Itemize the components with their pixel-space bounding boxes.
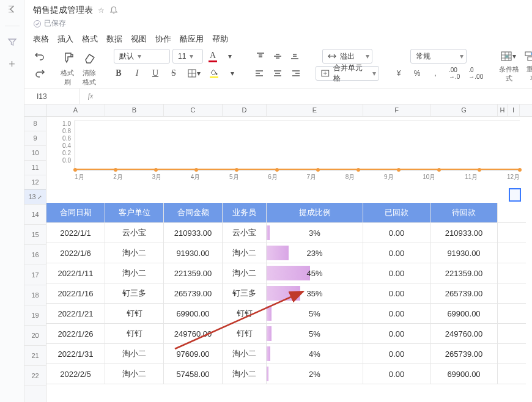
- row-header[interactable]: 22: [24, 366, 46, 386]
- decimal-inc-button[interactable]: .00→.0: [446, 66, 462, 81]
- italic-button[interactable]: I: [130, 66, 144, 81]
- row-header[interactable]: 9: [24, 131, 46, 146]
- table-cell[interactable]: 4%: [267, 344, 363, 364]
- table-cell[interactable]: 97609.00: [164, 344, 223, 364]
- table-cell[interactable]: 2022/1/11: [46, 263, 105, 283]
- table-cell[interactable]: 云小宝: [223, 223, 267, 243]
- chart[interactable]: 1.00.80.60.40.20.0 1月2月3月4月5月6月7月8月9月10月…: [53, 117, 520, 184]
- table-cell[interactable]: 2022/2/5: [46, 364, 105, 384]
- col-header-E[interactable]: E: [267, 104, 363, 116]
- format-painter-button[interactable]: [60, 51, 78, 65]
- table-cell[interactable]: 2022/1/26: [46, 324, 105, 343]
- table-cell[interactable]: 5%: [267, 324, 363, 343]
- table-cell[interactable]: 249760.00: [164, 324, 223, 343]
- table-cell[interactable]: 265739.00: [430, 283, 498, 303]
- table-cell[interactable]: 0.00: [363, 263, 430, 283]
- duplicates-button[interactable]: ▾: [521, 49, 532, 64]
- column-headers[interactable]: ABCDEFGHI: [24, 104, 532, 117]
- table-cell[interactable]: 合同金额: [164, 203, 223, 222]
- redo-button[interactable]: [32, 66, 48, 81]
- table-cell[interactable]: 淘小二: [105, 243, 164, 263]
- table-cell[interactable]: 钉钉: [105, 324, 164, 343]
- table-cell[interactable]: 221359.00: [164, 263, 223, 283]
- table-cell[interactable]: 0.00: [363, 243, 430, 263]
- overflow-select[interactable]: 溢出▾: [322, 49, 372, 64]
- row-header[interactable]: 11: [24, 161, 46, 175]
- plus-icon[interactable]: +: [9, 58, 15, 71]
- row-headers[interactable]: 8910111213⤢141516171819202122: [24, 117, 46, 402]
- number-format-select[interactable]: 常规▾: [410, 49, 467, 64]
- col-header-C[interactable]: C: [164, 104, 223, 116]
- menu-数据[interactable]: 数据: [106, 34, 122, 45]
- table-cell[interactable]: 2%: [267, 364, 363, 384]
- borders-button[interactable]: ▾: [185, 66, 203, 81]
- table-cell[interactable]: 2022/1/1: [46, 223, 105, 243]
- undo-button[interactable]: [32, 49, 48, 64]
- table-cell[interactable]: 265739.00: [164, 283, 223, 303]
- table-cell[interactable]: 0.00: [363, 223, 430, 243]
- table-cell[interactable]: 91930.00: [430, 243, 498, 263]
- table-cell[interactable]: 淘小二: [105, 263, 164, 283]
- table-cell[interactable]: 91930.00: [164, 243, 223, 263]
- menu-协作[interactable]: 协作: [155, 34, 171, 45]
- align-left-button[interactable]: [252, 66, 267, 81]
- menu-格式[interactable]: 格式: [82, 34, 98, 45]
- table-cell[interactable]: 提成比例: [267, 203, 363, 222]
- table-cell[interactable]: 45%: [267, 263, 363, 283]
- row-header[interactable]: 16: [24, 245, 46, 265]
- row-header[interactable]: 10: [24, 146, 46, 161]
- valign-top-button[interactable]: [253, 49, 268, 64]
- table-cell[interactable]: 客户单位: [105, 203, 164, 222]
- filter-icon[interactable]: [7, 37, 17, 47]
- table-cell[interactable]: 2022/1/16: [46, 283, 105, 303]
- row-header[interactable]: 18: [24, 285, 46, 305]
- table-cell[interactable]: 合同日期: [46, 203, 105, 222]
- col-header-G[interactable]: G: [430, 104, 498, 116]
- row-header[interactable]: 17: [24, 265, 46, 285]
- col-header-A[interactable]: A: [46, 104, 105, 116]
- table-cell[interactable]: 0.00: [363, 283, 430, 303]
- table-cell[interactable]: 云小宝: [105, 223, 164, 243]
- menu-帮助[interactable]: 帮助: [212, 34, 228, 45]
- table-cell[interactable]: 0.00: [363, 324, 430, 343]
- font-color-button[interactable]: A: [205, 49, 220, 64]
- star-icon[interactable]: ☆: [98, 6, 105, 15]
- table-cell[interactable]: 淘小二: [223, 243, 267, 263]
- align-right-button[interactable]: [289, 66, 303, 81]
- font-size-select[interactable]: 11▾: [172, 49, 203, 64]
- col-header-I[interactable]: I: [508, 104, 520, 116]
- col-header-D[interactable]: D: [223, 104, 267, 116]
- table-cell[interactable]: 0.00: [363, 364, 430, 384]
- table-cell[interactable]: 已回款: [363, 203, 430, 222]
- currency-button[interactable]: ¥: [391, 66, 406, 81]
- table-cell[interactable]: 35%: [267, 283, 363, 303]
- table-cell[interactable]: 待回款: [430, 203, 498, 222]
- row-header[interactable]: 15: [24, 225, 46, 245]
- table-cell[interactable]: 2022/1/21: [46, 304, 105, 323]
- merge-cells-select[interactable]: 合并单元格▾: [316, 66, 379, 81]
- table-cell[interactable]: 0.00: [363, 344, 430, 364]
- table-cell[interactable]: 业务员: [223, 203, 267, 222]
- menu-视图[interactable]: 视图: [131, 34, 147, 45]
- table-cell[interactable]: 钉钉: [223, 304, 267, 323]
- table-cell[interactable]: 23%: [267, 243, 363, 263]
- formula-input[interactable]: [102, 89, 532, 104]
- underline-button[interactable]: U: [148, 66, 163, 81]
- collapse-icon[interactable]: [7, 4, 18, 15]
- table-cell[interactable]: 淘小二: [105, 344, 164, 364]
- menu-酷应用[interactable]: 酷应用: [180, 34, 204, 45]
- col-header-H[interactable]: H: [498, 104, 508, 116]
- row-header[interactable]: 14: [24, 205, 46, 225]
- table-cell[interactable]: 钉三多: [223, 283, 267, 303]
- table-cell[interactable]: 钉三多: [105, 283, 164, 303]
- col-header-F[interactable]: F: [363, 104, 430, 116]
- table-cell[interactable]: 淘小二: [105, 364, 164, 384]
- font-family-select[interactable]: 默认▾: [114, 49, 170, 64]
- col-header-B[interactable]: B: [105, 104, 164, 116]
- table-cell[interactable]: 钉钉: [105, 304, 164, 323]
- fill-color-button[interactable]: [207, 66, 221, 81]
- cond-format-button[interactable]: ▾: [498, 49, 519, 64]
- valign-bottom-button[interactable]: [287, 49, 302, 64]
- table-cell[interactable]: 钉钉: [223, 324, 267, 343]
- percent-button[interactable]: %: [410, 66, 424, 81]
